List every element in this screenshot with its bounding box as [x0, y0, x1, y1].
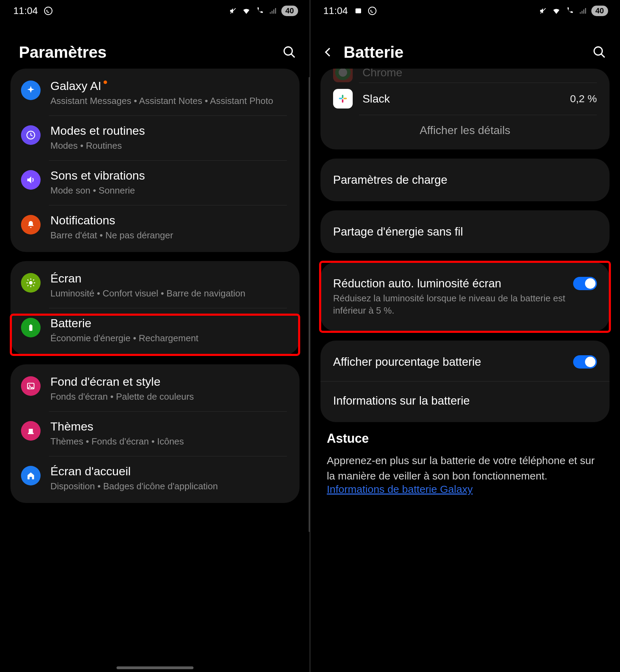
- wifi-icon: [551, 6, 561, 16]
- item-subtitle: Fonds d'écran • Palette de couleurs: [50, 391, 287, 403]
- item-title: Notifications: [50, 214, 287, 227]
- clock-icon: [21, 125, 41, 145]
- settings-screen: 11:04 40 Paramètres: [0, 0, 310, 672]
- setting-wireless-share[interactable]: Partage d'énergie sans fil: [320, 212, 610, 251]
- screen-divider: [310, 0, 310, 672]
- svg-line-11: [33, 285, 34, 286]
- svg-rect-15: [30, 324, 31, 326]
- svg-point-5: [29, 281, 33, 285]
- home-indicator[interactable]: [117, 666, 193, 669]
- page-header: Batterie: [310, 22, 620, 69]
- tip-link[interactable]: Informations de batterie Galaxy: [327, 483, 473, 495]
- sun-icon: [21, 273, 41, 293]
- bell-icon: [21, 215, 41, 234]
- svg-point-21: [594, 47, 602, 55]
- item-subtitle: Modes • Routines: [50, 140, 287, 152]
- item-title: Modes et routines: [50, 124, 287, 138]
- toggle-switch[interactable]: [573, 355, 597, 369]
- settings-group: Fond d'écran et style Fonds d'écran • Pa…: [10, 364, 300, 503]
- setting-charge[interactable]: Paramètres de charge: [320, 161, 610, 199]
- svg-line-22: [601, 54, 605, 57]
- app-name: Chrome: [362, 69, 597, 79]
- signal-icon: [578, 6, 588, 16]
- back-button[interactable]: [322, 46, 334, 58]
- battery-content: Chrome Slack 0,2 % Afficher les détails …: [310, 69, 620, 672]
- settings-item-sons[interactable]: Sons et vibrations Mode son • Sonnerie: [10, 160, 300, 205]
- svg-rect-18: [355, 8, 361, 13]
- toggle-switch[interactable]: [573, 277, 597, 290]
- settings-item-galaxy-ai[interactable]: Galaxy AI Assistant Messages • Assistant…: [10, 71, 300, 115]
- setting-subtitle: Réduisez la luminosité lorsque le niveau…: [333, 292, 566, 317]
- page-title: Batterie: [344, 43, 582, 62]
- volte-icon: [565, 6, 575, 16]
- settings-item-batterie[interactable]: Batterie Économie d'énergie • Rechargeme…: [10, 308, 300, 353]
- svg-point-17: [29, 384, 30, 386]
- item-subtitle: Barre d'état • Ne pas déranger: [50, 229, 287, 241]
- settings-group: Réduction auto. luminosité écran Réduise…: [320, 262, 610, 331]
- svg-line-3: [291, 54, 295, 57]
- status-time: 11:04: [323, 5, 348, 16]
- search-button[interactable]: [591, 43, 608, 61]
- svg-point-2: [284, 47, 292, 55]
- svg-rect-25: [342, 95, 343, 98]
- settings-item-accueil[interactable]: Écran d'accueil Disposition • Badges d'i…: [10, 456, 300, 501]
- battery-pill: 40: [591, 6, 608, 16]
- tip-body: Apprenez-en plus sur la batterie de votr…: [327, 453, 603, 483]
- app-usage-row-slack[interactable]: Slack 0,2 %: [320, 83, 610, 115]
- item-title: Batterie: [50, 316, 287, 330]
- item-subtitle: Thèmes • Fonds d'écran • Icônes: [50, 435, 287, 448]
- sound-icon: [21, 170, 41, 190]
- setting-auto-dim[interactable]: Réduction auto. luminosité écran Réduise…: [320, 264, 610, 329]
- item-subtitle: Disposition • Badges d'icône d'applicati…: [50, 480, 287, 492]
- setting-title: Informations sur la batterie: [333, 394, 597, 407]
- settings-item-themes[interactable]: Thèmes Thèmes • Fonds d'écran • Icônes: [10, 411, 300, 456]
- svg-point-19: [368, 7, 376, 15]
- setting-title: Réduction auto. luminosité écran: [333, 277, 566, 290]
- item-title: Écran d'accueil: [50, 464, 287, 478]
- slack-icon: [333, 89, 353, 108]
- wifi-icon: [241, 6, 251, 16]
- svg-line-10: [28, 280, 29, 281]
- svg-line-12: [28, 285, 29, 286]
- item-subtitle: Mode son • Sonnerie: [50, 184, 287, 197]
- new-badge-icon: [104, 80, 107, 84]
- home-icon: [21, 466, 41, 485]
- settings-item-modes[interactable]: Modes et routines Modes • Routines: [10, 115, 300, 160]
- setting-show-percent[interactable]: Afficher pourcentage batterie: [320, 343, 610, 381]
- mute-icon: [228, 6, 238, 16]
- settings-item-ecran[interactable]: Écran Luminosité • Confort visuel • Barr…: [10, 263, 300, 308]
- battery-pill: 40: [281, 6, 298, 16]
- status-bar: 11:04 40: [0, 0, 310, 22]
- settings-group: Galaxy AI Assistant Messages • Assistant…: [10, 69, 300, 252]
- whatsapp-icon: [43, 6, 53, 16]
- page-header: Paramètres: [0, 22, 310, 69]
- item-title: Sons et vibrations: [50, 169, 287, 182]
- volte-icon: [255, 6, 265, 16]
- settings-item-notifs[interactable]: Notifications Barre d'état • Ne pas déra…: [10, 205, 300, 250]
- item-subtitle: Luminosité • Confort visuel • Barre de n…: [50, 287, 287, 300]
- svg-point-0: [44, 7, 52, 15]
- tip-section: Astuce Apprenez-en plus sur la batterie …: [320, 431, 610, 506]
- show-details-button[interactable]: Afficher les détails: [320, 115, 610, 147]
- setting-title: Afficher pourcentage batterie: [333, 355, 566, 369]
- settings-item-fond[interactable]: Fond d'écran et style Fonds d'écran • Pa…: [10, 366, 300, 411]
- mute-icon: [538, 6, 548, 16]
- tip-heading: Astuce: [327, 431, 603, 446]
- svg-rect-26: [342, 99, 343, 103]
- setting-battery-info[interactable]: Informations sur la batterie: [320, 381, 610, 420]
- status-bar: 11:04 40: [310, 0, 620, 22]
- app-usage-row-chrome[interactable]: Chrome: [320, 69, 610, 83]
- item-subtitle: Économie d'énergie • Rechargement: [50, 332, 287, 344]
- status-time: 11:04: [13, 5, 38, 16]
- search-button[interactable]: [281, 43, 298, 61]
- settings-list: Galaxy AI Assistant Messages • Assistant…: [0, 69, 310, 672]
- item-title: Thèmes: [50, 420, 287, 433]
- settings-group: Partage d'énergie sans fil: [320, 210, 610, 253]
- item-title: Écran: [50, 272, 287, 285]
- sparkle-icon: [21, 80, 41, 100]
- signal-icon: [268, 6, 278, 16]
- item-title: Fond d'écran et style: [50, 375, 287, 388]
- settings-group: Paramètres de charge: [320, 159, 610, 201]
- item-title: Galaxy AI: [50, 79, 101, 93]
- settings-group: Écran Luminosité • Confort visuel • Barr…: [10, 261, 300, 355]
